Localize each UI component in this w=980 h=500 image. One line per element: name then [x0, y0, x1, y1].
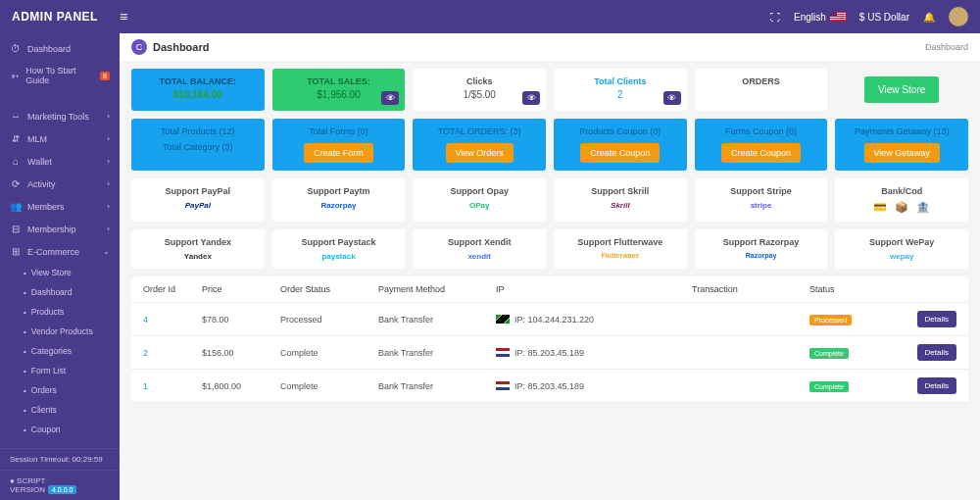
sidebar-item-label: E-Commerce	[27, 247, 79, 257]
eye-icon[interactable]: 👁	[522, 91, 540, 105]
status-badge: Complete	[809, 381, 849, 392]
support-card: Support Paystackpaystack	[272, 229, 406, 269]
support-title: Support WePay	[841, 237, 962, 247]
table-header: Order IdPriceOrder StatusPayment MethodI…	[131, 276, 968, 303]
price: $1,800.00	[202, 381, 280, 391]
eye-icon[interactable]: 👁	[381, 91, 399, 105]
bank-icon: 💳📦🏦	[841, 201, 962, 214]
provider-logo: stripe	[701, 201, 822, 210]
support-card: Support SkrillSkrill	[554, 178, 687, 222]
stat-clients: Total Clients2👁	[554, 69, 687, 111]
chevron-icon: ›	[107, 225, 110, 233]
sidebar-item[interactable]: ⏱Dashboard	[0, 37, 120, 60]
create-coupon-button[interactable]: Create Coupon	[580, 143, 660, 163]
chevron-icon: ›	[107, 112, 110, 121]
provider-logo: paystack	[278, 252, 400, 261]
details-button[interactable]: Details	[917, 377, 956, 394]
sidebar-icon: ➳	[10, 71, 20, 81]
card-gateway: Payments Getaway (13)View Getaway	[835, 119, 968, 171]
order-status: Complete	[280, 348, 378, 358]
currency-switch[interactable]: $ US Dollar	[859, 12, 909, 23]
page-title: Dashboard	[153, 41, 209, 53]
sidebar-item-label: Membership	[27, 225, 76, 234]
sidebar-icon: ⌂	[10, 156, 22, 167]
card-orders: TOTAL ORDERS: (3)View Orders	[413, 119, 546, 171]
chevron-icon: ›	[107, 179, 110, 188]
card-forms: Total Forms (0)Create Form	[272, 119, 406, 171]
topbar: ADMIN PANEL ≡ ⛶ English $ US Dollar 🔔	[0, 0, 980, 33]
view-orders-button[interactable]: View Orders	[446, 143, 514, 163]
support-title: Support Flutterwave	[560, 237, 681, 247]
chevron-icon: ›	[107, 157, 110, 166]
badge: 8	[100, 72, 110, 80]
support-card: Support Stripestripe	[695, 178, 828, 222]
fullscreen-icon[interactable]: ⛶	[770, 12, 780, 23]
sidebar-item[interactable]: 👥Members›	[0, 195, 120, 218]
flag-icon	[830, 12, 846, 22]
payment-method: Bank Transfer	[378, 381, 496, 391]
sidebar-item-label: Activity	[27, 179, 56, 189]
bell-icon[interactable]: 🔔	[923, 12, 935, 23]
provider-logo: Razorpay	[701, 252, 822, 259]
stat-orders: ORDERS	[695, 69, 828, 111]
details-button[interactable]: Details	[917, 344, 956, 361]
price: $156.00	[202, 348, 280, 358]
ip-cell: IP: 85.203.45.189	[496, 381, 692, 391]
view-gateway-button[interactable]: View Getaway	[864, 143, 940, 163]
support-card: Support YandexYandex	[131, 229, 265, 269]
sidebar-icon: ⊞	[10, 246, 22, 257]
menu-toggle-icon[interactable]: ≡	[120, 9, 127, 25]
sidebar-subitem[interactable]: Form List	[0, 361, 120, 380]
sidebar-subitem[interactable]: View Store	[0, 263, 120, 282]
session-timeout: Session Timeout: 00:29:59	[0, 448, 120, 470]
sidebar-subitem[interactable]: Orders	[0, 380, 120, 400]
sidebar-icon: ↔	[10, 111, 22, 122]
eye-icon[interactable]: 👁	[663, 91, 681, 105]
card-prod-coupon: Products Coupon (0)Create Coupon	[554, 119, 687, 171]
avatar[interactable]	[949, 7, 968, 26]
support-card: Bank/Cod💳📦🏦	[835, 178, 968, 222]
create-form-button[interactable]: Create Form	[304, 143, 373, 163]
details-button[interactable]: Details	[917, 311, 956, 327]
sidebar-item-label: Dashboard	[27, 44, 71, 54]
order-id[interactable]: 4	[143, 315, 202, 325]
sidebar-item-label: MLM	[27, 134, 47, 144]
sidebar-item-label: How To Start Guide	[25, 66, 90, 85]
support-title: Support Opay	[418, 186, 540, 196]
order-id[interactable]: 1	[143, 381, 202, 391]
sidebar-subitem[interactable]: Clients	[0, 400, 120, 420]
sidebar-item[interactable]: ⊟Membership›	[0, 218, 120, 240]
price: $78.00	[202, 315, 280, 325]
sidebar-subitem[interactable]: Dashboard	[0, 282, 120, 302]
sidebar-item[interactable]: ⊞E-Commerce⌄	[0, 240, 120, 263]
language-switch[interactable]: English	[794, 12, 846, 23]
provider-logo: OPay	[418, 201, 540, 210]
view-store-button[interactable]: View Store	[864, 76, 939, 103]
status-badge: Complete	[809, 348, 849, 359]
support-title: Support Paytm	[278, 186, 400, 196]
view-store-card: View Store	[835, 69, 968, 111]
support-card: Support OpayOPay	[413, 178, 546, 222]
sidebar-item-label: Marketing Tools	[27, 112, 89, 122]
stat-sales: TOTAL SALES:$1,956.00👁	[272, 69, 406, 111]
payment-method: Bank Transfer	[378, 315, 496, 325]
support-card: Support PaytmRazorpay	[272, 178, 406, 222]
sidebar-item[interactable]: ⟳Activity›	[0, 173, 120, 195]
brand: ADMIN PANEL	[12, 10, 120, 24]
sidebar-item[interactable]: ⇵MLM›	[0, 127, 120, 150]
create-coupon-button[interactable]: Create Coupon	[721, 143, 801, 163]
sidebar-item[interactable]: ↔Marketing Tools›	[0, 105, 120, 127]
sidebar-subitem[interactable]: Categories	[0, 341, 120, 361]
sidebar-item[interactable]: ⌂Wallet›	[0, 150, 120, 173]
sidebar-subitem[interactable]: Vendor Products	[0, 322, 120, 341]
sidebar-item-label: Wallet	[27, 157, 52, 167]
sidebar-subitem[interactable]: Products	[0, 302, 120, 322]
order-id[interactable]: 2	[143, 348, 202, 358]
sidebar-subitem[interactable]: Coupon	[0, 420, 120, 439]
support-card: Support PayPalPayPal	[131, 178, 265, 222]
support-title: Support Razorpay	[701, 237, 822, 247]
support-card: Support WePaywepay	[835, 229, 968, 269]
support-card: Support FlutterwaveFlutterwave	[554, 229, 687, 269]
sidebar-item[interactable]: ➳How To Start Guide8	[0, 60, 120, 91]
sidebar-icon: ⇵	[10, 133, 22, 144]
